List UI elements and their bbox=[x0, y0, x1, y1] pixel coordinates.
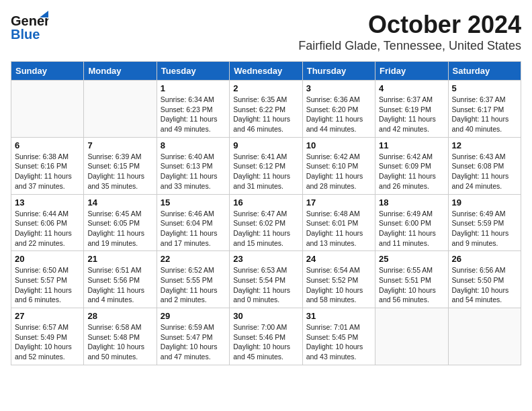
table-row bbox=[84, 81, 157, 138]
daylight-text: Daylight: 11 hours and 42 minutes. bbox=[379, 115, 436, 133]
sunrise-text: Sunrise: 6:54 AM bbox=[306, 266, 360, 274]
sunrise-text: Sunrise: 6:34 AM bbox=[161, 95, 214, 103]
day-info: Sunrise: 6:34 AMSunset: 6:23 PMDaylight:… bbox=[161, 95, 226, 134]
sunset-text: Sunset: 6:17 PM bbox=[452, 105, 504, 113]
weekday-header-row: Sunday Monday Tuesday Wednesday Thursday… bbox=[11, 62, 521, 81]
sunrise-text: Sunrise: 6:47 AM bbox=[233, 210, 287, 218]
day-number: 23 bbox=[233, 254, 298, 264]
day-info: Sunrise: 6:43 AMSunset: 6:08 PMDaylight:… bbox=[452, 152, 517, 191]
sunset-text: Sunset: 5:48 PM bbox=[87, 333, 140, 341]
sunset-text: Sunset: 6:19 PM bbox=[379, 105, 431, 113]
day-number: 20 bbox=[15, 254, 80, 264]
sunrise-text: Sunrise: 6:50 AM bbox=[15, 266, 69, 274]
day-info: Sunrise: 6:36 AMSunset: 6:20 PMDaylight:… bbox=[306, 95, 371, 134]
day-number: 9 bbox=[233, 140, 298, 150]
sunset-text: Sunset: 5:49 PM bbox=[15, 333, 67, 341]
daylight-text: Daylight: 11 hours and 11 minutes. bbox=[379, 229, 436, 247]
day-number: 14 bbox=[87, 197, 152, 208]
sunrise-text: Sunrise: 6:48 AM bbox=[306, 210, 360, 218]
day-number: 8 bbox=[161, 140, 226, 150]
day-number: 29 bbox=[161, 311, 226, 321]
day-info: Sunrise: 6:48 AMSunset: 6:01 PMDaylight:… bbox=[306, 209, 371, 248]
sunset-text: Sunset: 5:50 PM bbox=[452, 276, 504, 284]
day-info: Sunrise: 6:46 AMSunset: 6:04 PMDaylight:… bbox=[161, 209, 226, 248]
daylight-text: Daylight: 10 hours and 56 minutes. bbox=[379, 286, 436, 304]
daylight-text: Daylight: 11 hours and 4 minutes. bbox=[87, 286, 144, 304]
day-info: Sunrise: 6:49 AMSunset: 6:00 PMDaylight:… bbox=[379, 209, 444, 248]
day-number: 11 bbox=[379, 140, 444, 150]
day-info: Sunrise: 6:42 AMSunset: 6:09 PMDaylight:… bbox=[379, 152, 444, 191]
sunset-text: Sunset: 6:06 PM bbox=[15, 219, 67, 227]
daylight-text: Daylight: 10 hours and 58 minutes. bbox=[306, 286, 363, 304]
daylight-text: Daylight: 10 hours and 50 minutes. bbox=[87, 342, 144, 361]
day-number: 26 bbox=[452, 254, 517, 264]
day-number: 18 bbox=[379, 197, 444, 208]
day-info: Sunrise: 6:51 AMSunset: 5:56 PMDaylight:… bbox=[87, 265, 152, 305]
sunrise-text: Sunrise: 6:52 AM bbox=[161, 266, 214, 274]
day-number: 28 bbox=[87, 311, 152, 321]
sunset-text: Sunset: 6:10 PM bbox=[306, 162, 359, 170]
header-monday: Monday bbox=[84, 62, 157, 81]
day-info: Sunrise: 7:00 AMSunset: 5:46 PMDaylight:… bbox=[233, 322, 298, 362]
sunset-text: Sunset: 6:23 PM bbox=[161, 105, 213, 113]
daylight-text: Daylight: 11 hours and 19 minutes. bbox=[87, 229, 144, 247]
day-info: Sunrise: 6:45 AMSunset: 6:05 PMDaylight:… bbox=[87, 209, 152, 248]
sunrise-text: Sunrise: 6:41 AM bbox=[233, 152, 287, 161]
day-number: 1 bbox=[161, 83, 226, 93]
calendar-week-row: 13Sunrise: 6:44 AMSunset: 6:06 PMDayligh… bbox=[11, 194, 521, 251]
daylight-text: Daylight: 11 hours and 22 minutes. bbox=[15, 229, 72, 247]
day-number: 4 bbox=[379, 83, 444, 93]
table-row: 6Sunrise: 6:38 AMSunset: 6:16 PMDaylight… bbox=[11, 137, 84, 194]
table-row: 1Sunrise: 6:34 AMSunset: 6:23 PMDaylight… bbox=[157, 81, 229, 138]
header-wednesday: Wednesday bbox=[230, 62, 302, 81]
day-number: 12 bbox=[452, 140, 517, 150]
header-tuesday: Tuesday bbox=[157, 62, 229, 81]
table-row: 3Sunrise: 6:36 AMSunset: 6:20 PMDaylight… bbox=[302, 81, 375, 138]
day-number: 7 bbox=[87, 140, 152, 150]
daylight-text: Daylight: 11 hours and 28 minutes. bbox=[306, 172, 363, 190]
sunrise-text: Sunrise: 6:43 AM bbox=[452, 152, 506, 161]
logo-svg: General Blue bbox=[11, 11, 48, 46]
day-info: Sunrise: 6:47 AMSunset: 6:02 PMDaylight:… bbox=[233, 209, 298, 248]
sunrise-text: Sunrise: 6:49 AM bbox=[452, 210, 506, 218]
day-number: 27 bbox=[15, 311, 80, 321]
day-number: 16 bbox=[233, 197, 298, 208]
table-row: 29Sunrise: 6:59 AMSunset: 5:47 PMDayligh… bbox=[157, 308, 229, 365]
day-info: Sunrise: 6:44 AMSunset: 6:06 PMDaylight:… bbox=[15, 209, 80, 248]
sunset-text: Sunset: 6:15 PM bbox=[87, 162, 140, 170]
sunrise-text: Sunrise: 7:01 AM bbox=[306, 323, 360, 331]
sunrise-text: Sunrise: 6:35 AM bbox=[233, 95, 287, 103]
table-row: 19Sunrise: 6:49 AMSunset: 5:59 PMDayligh… bbox=[448, 194, 521, 251]
daylight-text: Daylight: 11 hours and 33 minutes. bbox=[161, 172, 218, 190]
table-row bbox=[11, 81, 84, 138]
day-info: Sunrise: 6:56 AMSunset: 5:50 PMDaylight:… bbox=[452, 265, 517, 305]
daylight-text: Daylight: 11 hours and 26 minutes. bbox=[379, 172, 436, 190]
daylight-text: Daylight: 10 hours and 47 minutes. bbox=[161, 342, 218, 361]
sunset-text: Sunset: 6:13 PM bbox=[161, 162, 213, 170]
day-number: 5 bbox=[452, 83, 517, 93]
daylight-text: Daylight: 10 hours and 54 minutes. bbox=[452, 286, 509, 304]
title-block: October 2024 Fairfield Glade, Tennessee,… bbox=[298, 11, 521, 53]
sunrise-text: Sunrise: 6:42 AM bbox=[379, 152, 433, 161]
day-info: Sunrise: 6:37 AMSunset: 6:19 PMDaylight:… bbox=[379, 95, 444, 134]
sunrise-text: Sunrise: 6:44 AM bbox=[15, 210, 69, 218]
calendar-week-row: 1Sunrise: 6:34 AMSunset: 6:23 PMDaylight… bbox=[11, 81, 521, 138]
day-info: Sunrise: 6:58 AMSunset: 5:48 PMDaylight:… bbox=[87, 322, 152, 362]
sunset-text: Sunset: 6:12 PM bbox=[233, 162, 285, 170]
day-info: Sunrise: 6:37 AMSunset: 6:17 PMDaylight:… bbox=[452, 95, 517, 134]
day-number: 10 bbox=[306, 140, 371, 150]
table-row: 17Sunrise: 6:48 AMSunset: 6:01 PMDayligh… bbox=[302, 194, 375, 251]
sunset-text: Sunset: 5:47 PM bbox=[161, 333, 213, 341]
header-sunday: Sunday bbox=[11, 62, 84, 81]
daylight-text: Daylight: 11 hours and 17 minutes. bbox=[161, 229, 218, 247]
table-row bbox=[375, 308, 448, 365]
sunset-text: Sunset: 6:05 PM bbox=[87, 219, 140, 227]
daylight-text: Daylight: 11 hours and 6 minutes. bbox=[15, 286, 72, 304]
sunset-text: Sunset: 6:00 PM bbox=[379, 219, 431, 227]
sunrise-text: Sunrise: 6:36 AM bbox=[306, 95, 360, 103]
table-row: 20Sunrise: 6:50 AMSunset: 5:57 PMDayligh… bbox=[11, 251, 84, 308]
table-row: 31Sunrise: 7:01 AMSunset: 5:45 PMDayligh… bbox=[302, 308, 375, 365]
table-row: 8Sunrise: 6:40 AMSunset: 6:13 PMDaylight… bbox=[157, 137, 229, 194]
table-row: 21Sunrise: 6:51 AMSunset: 5:56 PMDayligh… bbox=[84, 251, 157, 308]
daylight-text: Daylight: 11 hours and 2 minutes. bbox=[161, 286, 218, 304]
